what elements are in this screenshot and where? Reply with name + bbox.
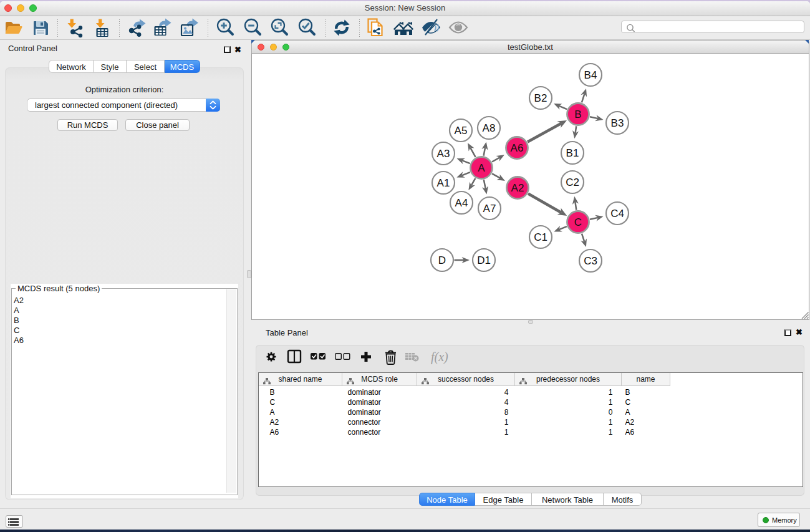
svg-text:C: C [574, 216, 581, 228]
svg-text:A4: A4 [455, 197, 468, 209]
svg-text:C1: C1 [534, 231, 547, 243]
svg-text:D: D [438, 254, 445, 266]
svg-text:B: B [574, 109, 581, 120]
svg-text:A1: A1 [436, 177, 450, 189]
svg-text:A6: A6 [510, 142, 523, 154]
svg-text:C4: C4 [610, 208, 624, 220]
svg-text:C3: C3 [584, 255, 597, 267]
svg-text:A5: A5 [454, 125, 467, 137]
svg-text:A8: A8 [482, 122, 495, 134]
svg-text:D1: D1 [477, 254, 491, 266]
svg-text:C2: C2 [566, 177, 579, 188]
svg-text:A3: A3 [436, 148, 450, 160]
svg-text:B2: B2 [534, 92, 547, 104]
svg-text:B4: B4 [584, 69, 597, 81]
svg-text:A2: A2 [511, 182, 524, 194]
svg-text:B3: B3 [610, 117, 624, 129]
svg-text:f(x): f(x) [431, 350, 448, 364]
svg-text:B1: B1 [566, 147, 579, 159]
svg-text:A7: A7 [483, 203, 496, 215]
svg-text:A: A [478, 162, 485, 174]
